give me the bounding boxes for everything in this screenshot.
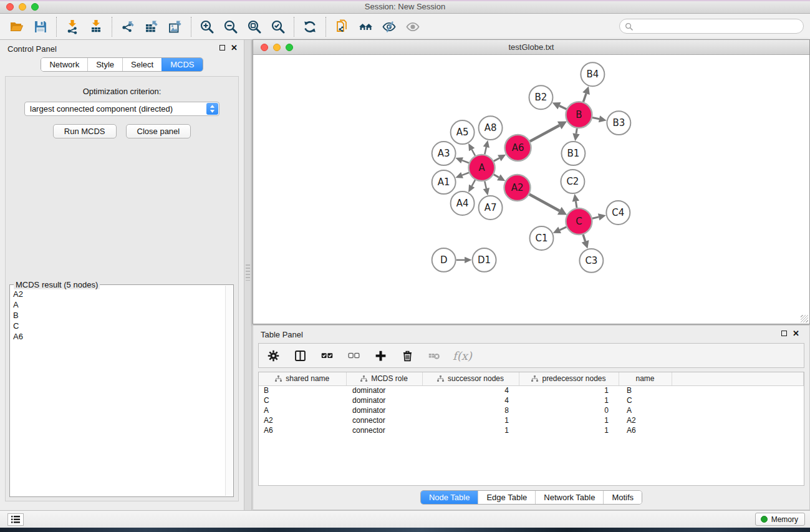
table-row[interactable]: Adominator80A bbox=[259, 405, 804, 415]
tab-style[interactable]: Style bbox=[87, 58, 122, 71]
save-session-button[interactable] bbox=[29, 16, 52, 37]
tab-motifs[interactable]: Motifs bbox=[603, 491, 642, 504]
deselect-all-button[interactable] bbox=[345, 347, 362, 364]
graph-node-A[interactable]: A bbox=[469, 155, 495, 181]
tab-edge-table[interactable]: Edge Table bbox=[478, 491, 535, 504]
search-input[interactable] bbox=[619, 19, 804, 34]
hide-graphics-details-button[interactable] bbox=[377, 16, 401, 37]
mcds-result-item[interactable]: A6 bbox=[11, 331, 224, 342]
column-header-mcds-role[interactable]: MCDS role bbox=[346, 372, 422, 385]
graph-node-C3[interactable]: C3 bbox=[579, 249, 603, 273]
function-builder-button[interactable]: f(x) bbox=[453, 347, 472, 364]
graph-edge-A-A6[interactable] bbox=[494, 155, 506, 162]
graph-node-A8[interactable]: A8 bbox=[479, 116, 503, 140]
graph-node-C4[interactable]: C4 bbox=[606, 201, 630, 225]
column-view-button[interactable] bbox=[292, 347, 308, 364]
graph-edge-C-C2[interactable] bbox=[572, 194, 579, 208]
graph-edge-B-B3[interactable] bbox=[592, 115, 607, 122]
show-graphics-details-button[interactable] bbox=[401, 16, 425, 37]
close-table-panel-icon[interactable]: ✕ bbox=[793, 330, 799, 337]
network-canvas[interactable]: AA1A2A3A4A5A6A7A8BB1B2B3B4CC1C2C3C4DD1 bbox=[253, 55, 809, 324]
graph-edge-A2-C[interactable] bbox=[529, 195, 567, 215]
delete-rows-button[interactable] bbox=[399, 347, 415, 364]
task-history-button[interactable] bbox=[7, 513, 24, 526]
graph-edge-A-A5[interactable] bbox=[468, 143, 475, 156]
open-session-button[interactable] bbox=[5, 16, 29, 37]
window-resize-grip[interactable] bbox=[801, 315, 808, 322]
export-image-button[interactable] bbox=[163, 16, 187, 37]
graph-edge-C-C1[interactable] bbox=[553, 227, 567, 233]
graph-node-A5[interactable]: A5 bbox=[451, 120, 475, 144]
graph-node-B1[interactable]: B1 bbox=[561, 142, 585, 165]
tab-mcds[interactable]: MCDS bbox=[162, 58, 202, 71]
new-network-button[interactable] bbox=[330, 16, 354, 37]
tab-node-table[interactable]: Node Table bbox=[421, 491, 478, 504]
graph-node-A4[interactable]: A4 bbox=[451, 191, 475, 215]
zoom-selected-button[interactable] bbox=[266, 16, 290, 37]
panel-divider[interactable] bbox=[244, 40, 252, 510]
mcds-result-item[interactable]: C bbox=[11, 321, 224, 331]
zoom-fit-button[interactable] bbox=[243, 16, 266, 37]
graph-edge-B-B2[interactable] bbox=[552, 102, 567, 109]
tab-network[interactable]: Network bbox=[41, 58, 87, 71]
delete-column-button[interactable] bbox=[426, 347, 442, 364]
graph-node-B3[interactable]: B3 bbox=[607, 111, 630, 135]
graph-node-C1[interactable]: C1 bbox=[530, 226, 554, 250]
graph-node-A3[interactable]: A3 bbox=[432, 142, 456, 165]
zoom-out-button[interactable] bbox=[219, 16, 243, 37]
home-button[interactable] bbox=[354, 16, 377, 37]
graph-node-B4[interactable]: B4 bbox=[581, 62, 604, 86]
graph-edge-A6-B[interactable] bbox=[530, 122, 567, 142]
graph-edge-A-A2[interactable] bbox=[494, 174, 506, 181]
close-panel-button[interactable]: Close panel bbox=[126, 124, 191, 138]
graph-edge-A-A4[interactable] bbox=[468, 180, 475, 192]
graph-node-C2[interactable]: C2 bbox=[561, 170, 584, 193]
column-header-name[interactable]: name bbox=[619, 372, 672, 385]
tab-select[interactable]: Select bbox=[122, 58, 162, 71]
mcds-result-item[interactable]: B bbox=[11, 310, 224, 321]
graph-node-A6[interactable]: A6 bbox=[505, 135, 531, 161]
table-row[interactable]: Cdominator41C bbox=[259, 395, 804, 405]
table-row[interactable]: A2connector11A2 bbox=[259, 415, 804, 425]
select-all-button[interactable] bbox=[319, 347, 335, 364]
close-panel-icon[interactable]: ✕ bbox=[231, 44, 238, 51]
zoom-in-button[interactable] bbox=[195, 16, 219, 37]
import-table-button[interactable] bbox=[84, 16, 108, 37]
memory-button[interactable]: Memory bbox=[755, 513, 805, 526]
result-scrollbar[interactable] bbox=[225, 286, 233, 496]
table-row[interactable]: A6connector11A6 bbox=[259, 425, 804, 435]
graph-node-D1[interactable]: D1 bbox=[473, 248, 496, 272]
graph-edge-A-A3[interactable] bbox=[455, 157, 469, 163]
table-settings-button[interactable] bbox=[265, 347, 281, 364]
graph-node-C[interactable]: C bbox=[566, 208, 592, 235]
mcds-result-item[interactable]: A bbox=[11, 299, 224, 310]
column-header-shared-name[interactable]: shared name bbox=[259, 372, 346, 385]
graph-edge-A-A8[interactable] bbox=[483, 140, 489, 155]
graph-edge-A-A7[interactable] bbox=[483, 181, 489, 196]
column-header-predecessor-nodes[interactable]: predecessor nodes bbox=[519, 372, 619, 385]
network-window-titlebar[interactable]: testGlobe.txt bbox=[253, 40, 809, 55]
refresh-button[interactable] bbox=[298, 16, 322, 37]
column-header-successor-nodes[interactable]: successor nodes bbox=[422, 372, 519, 385]
graph-edge-B-B1[interactable] bbox=[572, 128, 579, 141]
graph-node-A2[interactable]: A2 bbox=[504, 175, 531, 201]
graph-edge-D-D1[interactable] bbox=[456, 257, 472, 263]
table-row[interactable]: Bdominator41B bbox=[259, 385, 804, 395]
graph-node-D[interactable]: D bbox=[432, 248, 456, 272]
criterion-select[interactable]: largest connected component (directed) bbox=[24, 102, 219, 116]
float-table-panel-icon[interactable] bbox=[781, 331, 787, 336]
export-table-button[interactable] bbox=[140, 16, 163, 37]
mcds-result-item[interactable]: A2 bbox=[11, 289, 224, 299]
graph-node-A1[interactable]: A1 bbox=[432, 170, 456, 194]
graph-edge-C-C3[interactable] bbox=[582, 235, 589, 249]
graph-edge-C-C4[interactable] bbox=[592, 213, 606, 220]
import-network-button[interactable] bbox=[60, 16, 84, 37]
export-network-button[interactable] bbox=[116, 16, 140, 37]
run-mcds-button[interactable]: Run MCDS bbox=[53, 124, 117, 138]
graph-node-B2[interactable]: B2 bbox=[529, 85, 553, 109]
graph-edge-B-B4[interactable] bbox=[582, 86, 590, 102]
graph-node-B[interactable]: B bbox=[566, 102, 592, 128]
create-column-button[interactable] bbox=[372, 347, 388, 364]
float-panel-icon[interactable] bbox=[219, 45, 225, 51]
graph-node-A7[interactable]: A7 bbox=[479, 196, 503, 220]
